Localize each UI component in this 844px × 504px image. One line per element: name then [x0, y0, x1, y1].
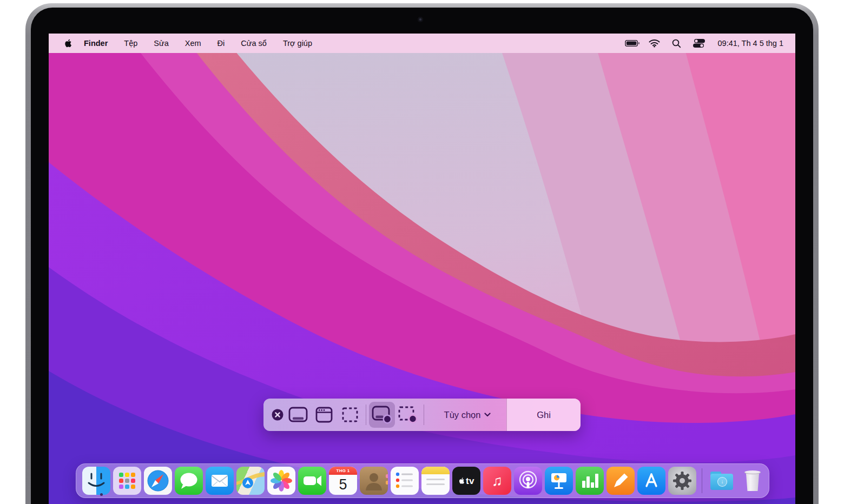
launchpad-icon: [119, 473, 135, 489]
record-screen-icon: [371, 405, 393, 425]
gear-icon: [668, 467, 696, 495]
capture-window-button[interactable]: [311, 402, 337, 428]
person-silhouette-icon: [360, 467, 388, 495]
finder-icon: [82, 467, 110, 495]
facetime-camera: [418, 17, 423, 22]
notes-line: [426, 479, 445, 480]
video-camera-icon: [298, 467, 326, 495]
music-note-icon: ♫: [492, 474, 503, 488]
screen: Finder Tệp Sửa Xem Đi Cửa sổ Trợ giúp: [49, 34, 795, 504]
safari-compass-icon: [144, 467, 172, 495]
dock-item-mail[interactable]: [206, 467, 234, 495]
photos-pinwheel-icon: [267, 467, 295, 495]
dock-item-tv[interactable]: tv: [452, 467, 480, 495]
record-entire-screen-button[interactable]: [369, 402, 395, 428]
keynote-podium-icon: [545, 467, 573, 495]
menu-item-di[interactable]: Đi: [217, 39, 225, 48]
menu-item-finder[interactable]: Finder: [84, 39, 108, 48]
menu-item-sua[interactable]: Sửa: [154, 39, 168, 48]
podcasts-icon: [514, 467, 542, 495]
dock-item-system-preferences[interactable]: [668, 467, 696, 495]
app-store-a-icon: [637, 467, 665, 495]
apple-logo-icon: [458, 477, 465, 485]
capture-selection-icon: [341, 406, 359, 423]
dock-item-downloads[interactable]: ↓: [708, 467, 736, 495]
dock-item-app-store[interactable]: [637, 467, 665, 495]
speech-bubble-icon: [175, 467, 203, 495]
dock-item-maps[interactable]: [236, 467, 265, 495]
options-label: Tùy chọn: [444, 410, 481, 420]
capture-selection-button[interactable]: [337, 402, 363, 428]
contacts-tab: [386, 474, 388, 478]
dock-item-safari[interactable]: [144, 467, 172, 495]
close-icon: [271, 408, 284, 421]
dock-item-keynote[interactable]: [545, 467, 573, 495]
dock-item-trash[interactable]: [738, 467, 767, 495]
wifi-icon[interactable]: [647, 37, 662, 49]
menu-bar-clock[interactable]: 09:41, Th 4 5 thg 1: [718, 39, 783, 48]
dock-divider: [702, 468, 702, 493]
dock-item-reminders[interactable]: [391, 467, 419, 495]
checklist-icon: [391, 467, 419, 495]
record-button[interactable]: Ghi: [506, 399, 581, 431]
calendar-month-label: THG 1: [329, 467, 357, 475]
notes-line: [426, 483, 445, 485]
monterey-wallpaper: [49, 34, 795, 504]
pen-icon: [606, 467, 635, 495]
menu-item-tep[interactable]: Tệp: [124, 39, 137, 48]
capture-window-icon: [314, 406, 334, 423]
bar-chart-icon: [576, 467, 604, 495]
dock-item-messages[interactable]: [175, 467, 203, 495]
dock-item-contacts[interactable]: [360, 467, 388, 495]
trash-rim: [744, 470, 761, 474]
chevron-down-icon: [484, 413, 491, 417]
menu-item-cua-so[interactable]: Cửa sổ: [241, 39, 267, 48]
menu-bar: Finder Tệp Sửa Xem Đi Cửa sổ Trợ giúp: [49, 34, 795, 53]
dock-item-numbers[interactable]: [576, 467, 604, 495]
options-dropdown[interactable]: Tùy chọn: [427, 402, 508, 428]
dock-item-podcasts[interactable]: [514, 467, 542, 495]
control-center-icon[interactable]: [691, 37, 707, 49]
screenshot-toolbar: Tùy chọn Ghi: [263, 399, 581, 431]
dock-item-notes[interactable]: [421, 467, 450, 495]
download-arrow-icon: ↓: [717, 477, 727, 487]
tv-label: tv: [466, 476, 474, 487]
maps-icon: [236, 467, 265, 495]
record-selection-icon: [397, 405, 419, 425]
contacts-tab: [386, 481, 388, 485]
dock: THG 1 5: [76, 463, 769, 498]
dock-item-music[interactable]: ♫: [483, 467, 511, 495]
menu-item-tro-giup[interactable]: Trợ giúp: [283, 39, 312, 48]
dock-item-facetime[interactable]: [298, 467, 326, 495]
apple-logo-icon: [64, 38, 72, 48]
spotlight-search-icon[interactable]: [669, 37, 684, 49]
toolbar-divider: [424, 404, 424, 425]
trash-icon: [745, 472, 760, 491]
notes-header: [421, 467, 450, 474]
close-button[interactable]: [270, 402, 285, 428]
toolbar-divider: [366, 404, 366, 425]
capture-entire-screen-button[interactable]: [285, 402, 311, 428]
menu-bar-status-area: 09:41, Th 4 5 thg 1: [625, 37, 783, 49]
calendar-day-label: 5: [329, 475, 357, 495]
record-selection-button[interactable]: [395, 402, 421, 428]
dock-item-calendar[interactable]: THG 1 5: [329, 467, 357, 495]
dock-item-photos[interactable]: [267, 467, 295, 495]
dock-item-launchpad[interactable]: [113, 467, 141, 495]
dock-item-pages[interactable]: [606, 467, 635, 495]
dock-item-finder[interactable]: [82, 467, 110, 495]
macos-desktop-screenshot: { "menu_bar": { "items": [ {"label": "Fi…: [0, 0, 844, 504]
envelope-icon: [206, 467, 234, 495]
capture-screen-icon: [288, 406, 308, 423]
apple-menu[interactable]: [64, 38, 72, 48]
menu-item-xem[interactable]: Xem: [185, 39, 201, 48]
finder-running-indicator: [100, 493, 103, 496]
battery-icon[interactable]: [625, 37, 640, 49]
